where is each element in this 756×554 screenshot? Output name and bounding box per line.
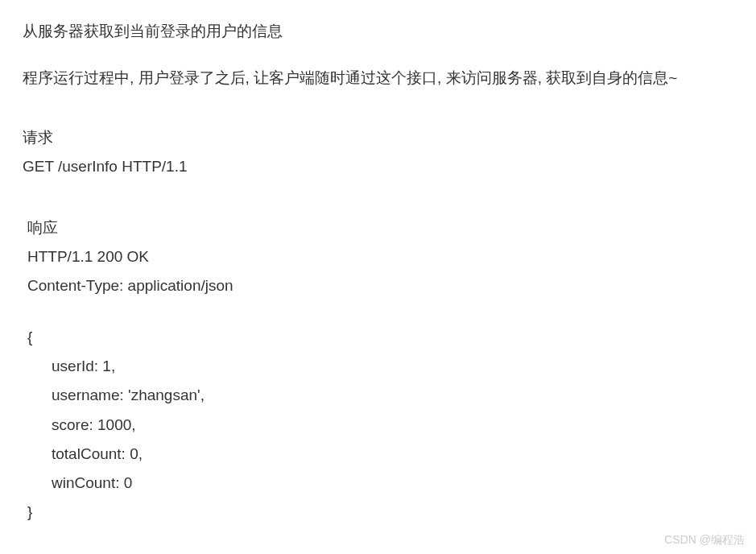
watermark: CSDN @编程浩 xyxy=(664,533,745,548)
document-description: 程序运行过程中, 用户登录了之后, 让客户端随时通过这个接口, 来访问服务器, … xyxy=(23,66,733,90)
request-line: GET /userInfo HTTP/1.1 xyxy=(23,152,733,181)
response-status-line: HTTP/1.1 200 OK xyxy=(27,242,733,271)
json-close-brace: } xyxy=(27,498,733,527)
json-field: username: 'zhangsan', xyxy=(27,381,733,410)
response-body: { userId: 1, username: 'zhangsan', score… xyxy=(23,323,733,527)
document-title: 从服务器获取到当前登录的用户的信息 xyxy=(23,19,733,43)
request-section: 请求 GET /userInfo HTTP/1.1 xyxy=(23,123,733,181)
json-field: userId: 1, xyxy=(27,352,733,381)
json-field: score: 1000, xyxy=(27,411,733,440)
response-label: 响应 xyxy=(27,213,733,242)
response-section: 响应 HTTP/1.1 200 OK Content-Type: applica… xyxy=(23,213,733,300)
json-field: winCount: 0 xyxy=(27,469,733,498)
json-field: totalCount: 0, xyxy=(27,440,733,469)
json-open-brace: { xyxy=(27,323,733,352)
response-content-type: Content-Type: application/json xyxy=(27,271,733,300)
request-label: 请求 xyxy=(23,123,733,152)
